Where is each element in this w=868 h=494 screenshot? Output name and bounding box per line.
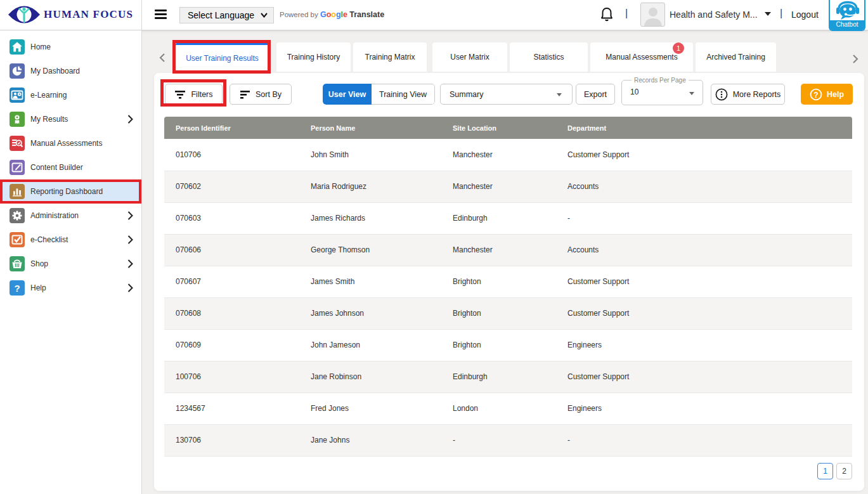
svg-text:?: ? [14, 283, 20, 294]
svg-text:?: ? [813, 90, 818, 99]
